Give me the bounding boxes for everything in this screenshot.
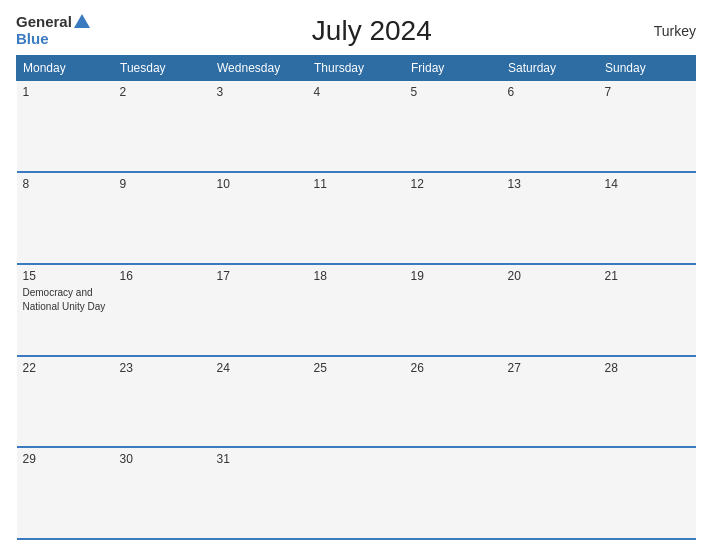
calendar-cell [405, 447, 502, 539]
day-number: 30 [120, 452, 205, 466]
day-number: 8 [23, 177, 108, 191]
calendar-cell: 12 [405, 172, 502, 264]
calendar-title: July 2024 [312, 15, 432, 47]
calendar-cell: 15Democracy and National Unity Day [17, 264, 114, 356]
event-text: Democracy and National Unity Day [23, 287, 106, 312]
calendar-cell: 9 [114, 172, 211, 264]
calendar-cell: 8 [17, 172, 114, 264]
day-number: 5 [411, 85, 496, 99]
calendar-header-row: Monday Tuesday Wednesday Thursday Friday… [17, 56, 696, 81]
day-number: 10 [217, 177, 302, 191]
calendar-week-row: 22232425262728 [17, 356, 696, 448]
calendar-cell: 5 [405, 81, 502, 173]
calendar-cell [599, 447, 696, 539]
day-number: 9 [120, 177, 205, 191]
day-number: 18 [314, 269, 399, 283]
day-number: 24 [217, 361, 302, 375]
calendar-page: General Blue July 2024 Turkey Monday Tue… [0, 0, 712, 550]
calendar-cell: 14 [599, 172, 696, 264]
day-number: 4 [314, 85, 399, 99]
col-friday: Friday [405, 56, 502, 81]
day-number: 14 [605, 177, 690, 191]
header: General Blue July 2024 Turkey [16, 10, 696, 55]
calendar-cell: 2 [114, 81, 211, 173]
day-number: 17 [217, 269, 302, 283]
calendar-week-row: 15Democracy and National Unity Day161718… [17, 264, 696, 356]
calendar-cell: 13 [502, 172, 599, 264]
day-number: 11 [314, 177, 399, 191]
calendar-cell: 16 [114, 264, 211, 356]
calendar-cell: 27 [502, 356, 599, 448]
day-number: 20 [508, 269, 593, 283]
logo-blue-text: Blue [16, 31, 49, 48]
col-tuesday: Tuesday [114, 56, 211, 81]
col-thursday: Thursday [308, 56, 405, 81]
calendar-week-row: 1234567 [17, 81, 696, 173]
logo: General Blue [16, 14, 90, 47]
calendar-cell: 18 [308, 264, 405, 356]
calendar-cell: 20 [502, 264, 599, 356]
calendar-cell: 26 [405, 356, 502, 448]
day-number: 7 [605, 85, 690, 99]
calendar-cell: 25 [308, 356, 405, 448]
day-number: 26 [411, 361, 496, 375]
country-label: Turkey [654, 23, 696, 39]
day-number: 21 [605, 269, 690, 283]
col-saturday: Saturday [502, 56, 599, 81]
calendar-table: Monday Tuesday Wednesday Thursday Friday… [16, 55, 696, 540]
col-wednesday: Wednesday [211, 56, 308, 81]
calendar-cell: 21 [599, 264, 696, 356]
day-number: 6 [508, 85, 593, 99]
day-number: 15 [23, 269, 108, 283]
calendar-cell: 31 [211, 447, 308, 539]
calendar-cell: 11 [308, 172, 405, 264]
calendar-cell: 3 [211, 81, 308, 173]
calendar-cell: 1 [17, 81, 114, 173]
day-number: 16 [120, 269, 205, 283]
calendar-cell: 7 [599, 81, 696, 173]
calendar-cell: 22 [17, 356, 114, 448]
calendar-cell: 24 [211, 356, 308, 448]
calendar-cell: 6 [502, 81, 599, 173]
day-number: 2 [120, 85, 205, 99]
day-number: 31 [217, 452, 302, 466]
calendar-cell [308, 447, 405, 539]
day-number: 12 [411, 177, 496, 191]
calendar-cell [502, 447, 599, 539]
calendar-cell: 10 [211, 172, 308, 264]
col-sunday: Sunday [599, 56, 696, 81]
day-number: 29 [23, 452, 108, 466]
logo-triangle-icon [74, 14, 90, 28]
calendar-cell: 28 [599, 356, 696, 448]
logo-general-text: General [16, 14, 72, 31]
day-number: 3 [217, 85, 302, 99]
calendar-cell: 29 [17, 447, 114, 539]
calendar-week-row: 293031 [17, 447, 696, 539]
day-number: 13 [508, 177, 593, 191]
day-number: 22 [23, 361, 108, 375]
day-number: 28 [605, 361, 690, 375]
col-monday: Monday [17, 56, 114, 81]
calendar-cell: 19 [405, 264, 502, 356]
calendar-cell: 17 [211, 264, 308, 356]
day-number: 25 [314, 361, 399, 375]
day-number: 19 [411, 269, 496, 283]
day-number: 23 [120, 361, 205, 375]
calendar-cell: 23 [114, 356, 211, 448]
calendar-cell: 30 [114, 447, 211, 539]
day-number: 27 [508, 361, 593, 375]
calendar-week-row: 891011121314 [17, 172, 696, 264]
calendar-cell: 4 [308, 81, 405, 173]
day-number: 1 [23, 85, 108, 99]
